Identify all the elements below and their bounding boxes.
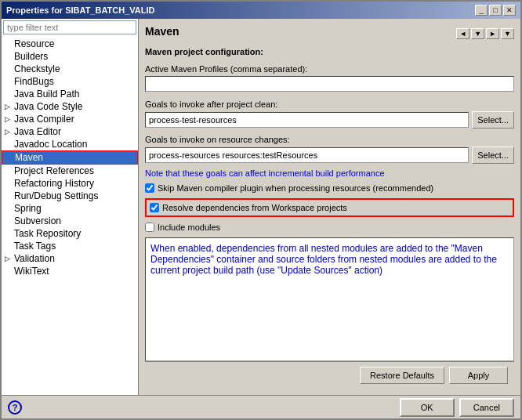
- nav-arrows: ◄ ▼ ► ▼: [456, 28, 514, 39]
- resolve-checkbox-label: Resolve dependencies from Workspace proj…: [162, 203, 347, 212]
- help-icon[interactable]: ?: [8, 400, 22, 415]
- note-text: Note that these goals can affect increme…: [145, 168, 514, 178]
- sidebar-item-java-build-path[interactable]: Java Build Path: [2, 88, 138, 100]
- goals-clean-input[interactable]: [145, 112, 469, 128]
- nav-dropdown-button[interactable]: ▼: [471, 28, 484, 39]
- skip-checkbox-label: Skip Maven compiler plugin when processi…: [158, 183, 433, 193]
- footer-bar: ? OK Cancel: [2, 395, 520, 418]
- panel-title: Maven: [145, 25, 179, 38]
- left-panel: Resource Builders Checkstyle FindBugs Ja…: [2, 19, 139, 395]
- active-profiles-label: Active Maven Profiles (comma separated):: [145, 64, 514, 74]
- sidebar-item-label: Project References: [14, 165, 94, 176]
- sidebar-item-spring[interactable]: Spring: [2, 202, 138, 215]
- goals-clean-row: Select...: [145, 111, 514, 129]
- sidebar-item-label: Run/Debug Settings: [14, 190, 98, 201]
- right-panel: Maven ◄ ▼ ► ▼ Maven project configuratio…: [139, 19, 520, 395]
- config-section-label: Maven project configuration:: [145, 47, 514, 56]
- cancel-button[interactable]: Cancel: [459, 398, 514, 417]
- window-title: Properties for SIBAT_BATCH_VALID: [6, 5, 154, 15]
- sidebar-item-label: Java Editor: [14, 126, 61, 137]
- include-modules-row: Include modules: [145, 223, 514, 232]
- title-bar: Properties for SIBAT_BATCH_VALID _ □ ✕: [2, 2, 520, 19]
- goals-resource-input[interactable]: [145, 147, 469, 163]
- sidebar-item-label: Resource: [14, 38, 54, 49]
- expand-icon: ▷: [5, 255, 14, 262]
- bottom-bar: Restore Defaults Apply: [145, 361, 514, 389]
- sidebar-item-refactoring-history[interactable]: Refactoring History: [2, 177, 138, 190]
- nav-forward-button[interactable]: ►: [486, 28, 499, 39]
- sidebar-item-java-editor[interactable]: ▷ Java Editor: [2, 125, 138, 138]
- sidebar-item-findbugs[interactable]: FindBugs: [2, 75, 138, 88]
- filter-input[interactable]: [3, 20, 136, 34]
- nav-menu-button[interactable]: ▼: [501, 28, 514, 39]
- goals-resource-row: Select...: [145, 147, 514, 164]
- sidebar-item-label: FindBugs: [14, 76, 54, 87]
- sidebar-item-label: Java Compiler: [14, 114, 74, 125]
- sidebar-item-java-code-style[interactable]: ▷ Java Code Style: [2, 100, 138, 113]
- sidebar-item-label: Checkstyle: [14, 63, 60, 74]
- goals-resource-label: Goals to invoke on resource changes:: [145, 135, 514, 144]
- resolve-highlighted-box: Resolve dependencies from Workspace proj…: [145, 198, 514, 217]
- properties-window: Properties for SIBAT_BATCH_VALID _ □ ✕ R…: [0, 0, 522, 420]
- content-area: Resource Builders Checkstyle FindBugs Ja…: [2, 19, 520, 395]
- sidebar-item-javadoc-location[interactable]: Javadoc Location: [2, 138, 138, 150]
- apply-button[interactable]: Apply: [449, 367, 508, 384]
- include-modules-checkbox[interactable]: [145, 223, 154, 232]
- sidebar-item-label: Maven: [15, 152, 43, 163]
- expand-icon: ▷: [5, 103, 14, 110]
- tree-area: Resource Builders Checkstyle FindBugs Ja…: [2, 36, 138, 395]
- nav-back-button[interactable]: ◄: [456, 28, 469, 39]
- sidebar-item-label: Spring: [14, 203, 42, 214]
- main-action-buttons: OK Cancel: [400, 398, 514, 417]
- sidebar-item-project-references[interactable]: Project References: [2, 165, 138, 177]
- sidebar-item-wikitext[interactable]: WikiText: [2, 265, 138, 277]
- sidebar-item-label: Javadoc Location: [14, 139, 87, 150]
- close-button[interactable]: ✕: [503, 5, 516, 16]
- resolve-checkbox[interactable]: [150, 203, 159, 212]
- description-box: When enabled, dependencies from all nest…: [145, 237, 514, 361]
- active-profiles-input[interactable]: [145, 76, 514, 92]
- sidebar-item-resource[interactable]: Resource: [2, 38, 138, 50]
- description-text: When enabled, dependencies from all nest…: [150, 243, 497, 276]
- resolve-checkbox-row: Resolve dependencies from Workspace proj…: [150, 203, 509, 212]
- sidebar-item-label: Subversion: [14, 215, 61, 226]
- minimize-button[interactable]: _: [475, 5, 488, 16]
- include-modules-label: Include modules: [158, 223, 220, 232]
- sidebar-item-run-debug-settings[interactable]: Run/Debug Settings: [2, 190, 138, 202]
- sidebar-item-task-repository[interactable]: Task Repository: [2, 227, 138, 240]
- sidebar-item-maven[interactable]: Maven: [2, 150, 138, 165]
- sidebar-item-subversion[interactable]: Subversion: [2, 215, 138, 227]
- restore-defaults-button[interactable]: Restore Defaults: [360, 367, 444, 384]
- sidebar-item-label: Task Tags: [14, 241, 56, 252]
- sidebar-item-label: Java Build Path: [14, 89, 79, 100]
- maximize-button[interactable]: □: [489, 5, 502, 16]
- expand-icon: ▷: [5, 128, 14, 136]
- skip-checkbox[interactable]: [145, 183, 154, 193]
- sidebar-item-label: Refactoring History: [14, 178, 94, 189]
- sidebar-item-label: Task Repository: [14, 228, 81, 239]
- sidebar-item-java-compiler[interactable]: ▷ Java Compiler: [2, 113, 138, 125]
- sidebar-item-validation[interactable]: ▷ Validation: [2, 252, 138, 265]
- select-goals-clean-button[interactable]: Select...: [472, 111, 514, 129]
- goals-clean-label: Goals to invoke after project clean:: [145, 100, 514, 109]
- sidebar-item-label: WikiText: [14, 266, 49, 277]
- window-controls: _ □ ✕: [475, 5, 516, 16]
- sidebar-item-checkstyle[interactable]: Checkstyle: [2, 63, 138, 75]
- sidebar-item-label: Builders: [14, 51, 48, 62]
- sidebar-item-label: Java Code Style: [14, 101, 82, 112]
- skip-checkbox-row: Skip Maven compiler plugin when processi…: [145, 183, 514, 193]
- sidebar-item-builders[interactable]: Builders: [2, 50, 138, 63]
- ok-button[interactable]: OK: [400, 398, 455, 417]
- select-goals-resource-button[interactable]: Select...: [472, 147, 514, 164]
- sidebar-item-label: Validation: [14, 253, 55, 264]
- sidebar-item-task-tags[interactable]: Task Tags: [2, 240, 138, 252]
- expand-icon: ▷: [5, 115, 14, 123]
